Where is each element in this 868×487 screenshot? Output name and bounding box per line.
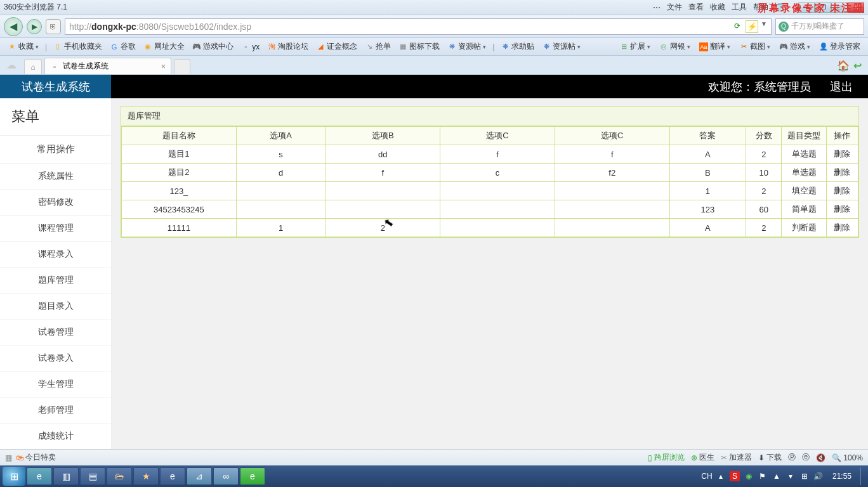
sidebar-item-exam-manage[interactable]: 试卷管理 — [0, 319, 111, 345]
sidebar-item-sysattr[interactable]: 系统属性 — [0, 163, 111, 189]
windows-taskbar: ⊞ e ▥ ▤ 🗁 ★ e ⊿ ∞ e CH ▴ S ◉ ⚑ ▲ ▾ ⊞ 🔊 2… — [0, 465, 868, 487]
search-bar[interactable]: Q 千万别喝蜂蜜了 — [775, 18, 864, 35]
new-tab-button[interactable] — [174, 59, 190, 74]
tab-undo-icon[interactable]: ↩ — [853, 60, 862, 72]
mute-icon[interactable]: 🔇 — [816, 453, 825, 462]
bookmark-games[interactable]: 🎮游戏中心 — [190, 40, 236, 53]
cloud-icon[interactable]: ☁ — [6, 59, 19, 72]
minimize-button[interactable]: — — [798, 3, 815, 13]
sidebar-item-score-stats[interactable]: 成绩统计 — [0, 423, 111, 449]
close-button[interactable]: ✕ — [848, 3, 864, 13]
menu-help[interactable]: 帮助 — [753, 2, 768, 13]
logout-link[interactable]: 退出 — [830, 79, 853, 94]
status-e-icon[interactable]: ⓔ — [802, 452, 810, 463]
login-mgr-button[interactable]: 👤登录管家 — [817, 40, 863, 53]
sidebar-item-course-manage[interactable]: 课程管理 — [0, 215, 111, 241]
forward-button[interactable]: ▶ — [27, 19, 42, 34]
doctor[interactable]: ⊕医生 — [691, 452, 714, 463]
sidebar-item-question-manage[interactable]: 题库管理 — [0, 267, 111, 293]
task-ie[interactable]: e — [27, 467, 52, 485]
bookmark-google[interactable]: G谷歌 — [107, 40, 138, 53]
task-app6[interactable]: ∞ — [213, 467, 239, 485]
status-p-icon[interactable]: ⓟ — [788, 452, 796, 463]
bookmark-collect[interactable]: ★收藏▾ — [5, 40, 41, 53]
sidebar-item-student-manage[interactable]: 学生管理 — [0, 371, 111, 397]
sidebar-item-question-entry[interactable]: 题目录入 — [0, 293, 111, 319]
bookmark-yx[interactable]: ▫yx — [239, 41, 262, 53]
task-app2[interactable]: ▤ — [80, 467, 105, 485]
tray-icon-1[interactable]: ⚑ — [758, 471, 768, 481]
url-bar[interactable]: http://dongxk-pc:8080/Sjscweb1602/index.… — [65, 18, 772, 35]
bookmark-zhengjin[interactable]: ◢证金概念 — [313, 40, 360, 53]
tray-360-icon[interactable]: ◉ — [744, 471, 754, 481]
task-explorer[interactable]: 🗁 — [107, 467, 132, 485]
tray-net-icon[interactable]: ⊞ — [799, 471, 810, 481]
tab-favicon: ▫ — [50, 62, 59, 71]
search-engine-icon[interactable]: Q — [779, 22, 789, 32]
menu-tools[interactable]: 工具 — [732, 2, 747, 13]
bookmark-qiangdan[interactable]: ↘抢单 — [362, 40, 393, 53]
bookmark-mobile[interactable]: ▯手机收藏夹 — [51, 40, 105, 53]
start-button[interactable]: ⊞ — [3, 467, 25, 486]
sidebar-item-course-entry[interactable]: 课程录入 — [0, 241, 111, 267]
bookmark-help[interactable]: ❋求助贴 — [498, 40, 537, 53]
screenshot-button[interactable]: ✂截图▾ — [737, 40, 773, 53]
shield-icon[interactable]: ⛨ — [46, 19, 61, 34]
tab-close-icon[interactable]: × — [161, 62, 166, 71]
task-360[interactable]: e — [240, 467, 265, 485]
back-button[interactable]: ◀ — [4, 17, 23, 36]
delete-link[interactable]: 删除 — [826, 145, 858, 164]
ext-button[interactable]: ⊞扩展▾ — [617, 40, 653, 53]
status-grid-icon[interactable]: ▦ — [5, 453, 12, 462]
menu-view[interactable]: 查看 — [688, 2, 704, 13]
delete-link[interactable]: 删除 — [826, 200, 858, 219]
sidebar-item-exam-entry[interactable]: 试卷录入 — [0, 345, 111, 371]
sidebar-item-teacher-manage[interactable]: 老师管理 — [0, 397, 111, 423]
table-cell: 10 — [746, 164, 782, 182]
overflow-icon[interactable]: ⋯ — [653, 3, 661, 12]
restore-button[interactable]: ❐ — [815, 3, 831, 13]
bookmark-res2[interactable]: ❋资源帖▾ — [539, 40, 583, 53]
bookmark-sites[interactable]: ◉网址大全 — [141, 40, 187, 53]
show-desktop[interactable] — [860, 467, 865, 485]
cross-screen[interactable]: ▯跨屏浏览 — [648, 452, 685, 463]
sidebar-item-password[interactable]: 密码修改 — [0, 189, 111, 215]
bank-button[interactable]: ◎网银▾ — [657, 40, 693, 53]
menu-file[interactable]: 文件 — [667, 2, 682, 13]
bookmark-res1[interactable]: ❋资源帖▾ — [445, 40, 489, 53]
delete-link[interactable]: 删除 — [826, 182, 858, 200]
tray-icon-3[interactable]: ▾ — [786, 471, 796, 481]
bookmark-taogu[interactable]: 淘淘股论坛 — [265, 40, 311, 53]
tray-sogou-icon[interactable]: S — [730, 471, 740, 481]
table-cell: 单选题 — [782, 164, 826, 182]
task-app3[interactable]: ★ — [133, 467, 159, 485]
refresh-icon[interactable]: ⟳ — [732, 20, 743, 32]
menu-fav[interactable]: 收藏 — [710, 2, 725, 13]
task-app5[interactable]: ⊿ — [187, 467, 212, 485]
maximize-button[interactable]: □ — [831, 3, 848, 13]
delete-link[interactable]: 删除 — [826, 164, 858, 182]
delete-link[interactable]: 删除 — [826, 219, 858, 237]
tray-lang[interactable]: CH — [702, 471, 712, 481]
speed-mode-icon[interactable]: ⚡ — [746, 20, 758, 33]
accelerator[interactable]: ✂加速器 — [721, 452, 752, 463]
taskbar-clock[interactable]: 21:55 — [827, 472, 857, 481]
home-tab[interactable]: ⌂ — [24, 59, 42, 74]
active-tab[interactable]: ▫ 试卷生成系统 × — [44, 58, 171, 74]
bookmark-icons[interactable]: ▦图标下载 — [396, 40, 442, 53]
tray-up-icon[interactable]: ▴ — [716, 471, 726, 481]
table-header-row: 题目名称 选项A 选项B 选项C 选项C 答案 分数 题目类型 操作 — [122, 127, 858, 145]
skin-icon[interactable]: 👕 — [775, 3, 786, 13]
tray-vol-icon[interactable]: 🔊 — [813, 471, 824, 481]
download[interactable]: ⬇下载 — [758, 452, 782, 463]
today-sale[interactable]: 🛍今日特卖 — [16, 452, 56, 463]
tab-home-icon[interactable]: 🏠 — [837, 60, 850, 72]
tray-icon-2[interactable]: ▲ — [772, 471, 782, 481]
url-dropdown-icon[interactable]: ▼ — [761, 20, 767, 33]
task-app1[interactable]: ▥ — [53, 467, 79, 485]
table-cell: f2 — [555, 164, 669, 182]
games-button[interactable]: 🎮游戏▾ — [777, 40, 813, 53]
task-app4[interactable]: e — [160, 467, 185, 485]
translate-button[interactable]: Aa翻译▾ — [697, 40, 733, 53]
zoom[interactable]: 🔍100% — [832, 453, 863, 462]
